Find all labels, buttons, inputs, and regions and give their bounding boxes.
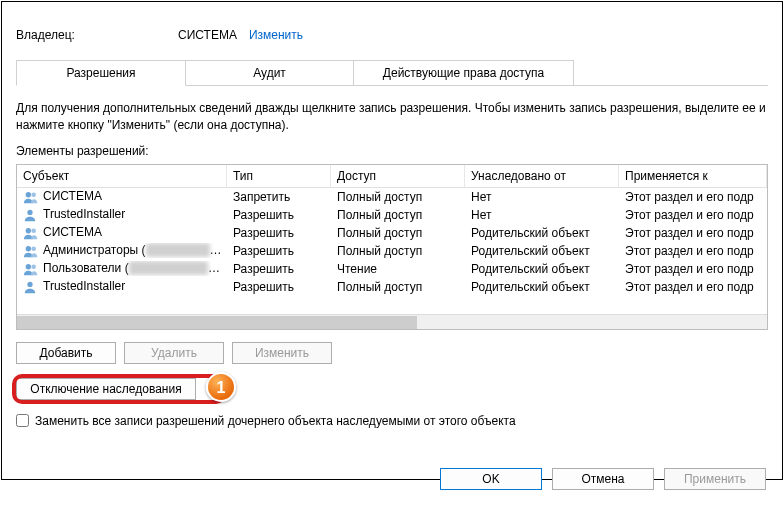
permissions-listview[interactable]: Субъект Тип Доступ Унаследовано от Приме… — [16, 164, 768, 330]
replace-children-label[interactable]: Заменить все записи разрешений дочернего… — [35, 414, 516, 428]
col-applies[interactable]: Применяется к — [619, 165, 767, 187]
col-access[interactable]: Доступ — [331, 165, 465, 187]
disable-inheritance-button[interactable]: Отключение наследования — [16, 378, 196, 400]
cell-type: Разрешить — [227, 262, 331, 276]
tab-effective-access[interactable]: Действующие права доступа — [354, 60, 574, 85]
cell-access: Полный доступ — [331, 226, 465, 240]
redacted-text: XXXXXX-X — [146, 243, 210, 257]
user-icon — [23, 280, 39, 294]
cell-type: Разрешить — [227, 244, 331, 258]
cancel-button[interactable]: Отмена — [552, 468, 654, 490]
cell-subject: Администраторы (XXXXXX-X… — [17, 243, 227, 258]
subject-text: Администраторы ( — [43, 243, 146, 257]
redacted-text: XXXXXX XXX — [129, 261, 208, 275]
advanced-security-dialog: Владелец: СИСТЕМА Изменить Разрешения Ау… — [1, 1, 783, 480]
listview-empty-space — [17, 296, 767, 314]
col-type[interactable]: Тип — [227, 165, 331, 187]
cell-type: Запретить — [227, 190, 331, 204]
tab-strip: Разрешения Аудит Действующие права досту… — [16, 60, 768, 86]
cell-applies: Этот раздел и его подр — [619, 244, 767, 258]
cell-inherited: Родительский объект — [465, 280, 619, 294]
table-row[interactable]: TrustedInstallerРазрешитьПолный доступНе… — [17, 206, 767, 224]
annotation-step-number: 1 — [208, 374, 234, 402]
svg-point-3 — [26, 228, 31, 233]
cell-subject: TrustedInstaller — [17, 207, 227, 222]
table-row[interactable]: СИСТЕМАРазрешитьПолный доступРодительски… — [17, 224, 767, 242]
cell-subject: Пользователи (XXXXXX XXX… — [17, 261, 227, 276]
replace-children-row: Заменить все записи разрешений дочернего… — [16, 414, 768, 428]
subject-text: TrustedInstaller — [43, 279, 125, 293]
cell-applies: Этот раздел и его подр — [619, 262, 767, 276]
svg-point-0 — [26, 192, 31, 197]
cell-applies: Этот раздел и его подр — [619, 226, 767, 240]
cell-access: Полный доступ — [331, 244, 465, 258]
cell-subject: СИСТЕМА — [17, 225, 227, 240]
cell-type: Разрешить — [227, 280, 331, 294]
listview-body: СИСТЕМАЗапретитьПолный доступНетЭтот раз… — [17, 188, 767, 296]
info-text: Для получения дополнительных сведений дв… — [16, 100, 768, 134]
cell-access: Полный доступ — [331, 280, 465, 294]
cell-access: Полный доступ — [331, 208, 465, 222]
annotation-highlight: Отключение наследования 1 — [16, 378, 196, 400]
horizontal-scrollbar-thumb[interactable] — [17, 316, 417, 329]
cell-subject: TrustedInstaller — [17, 279, 227, 294]
table-row[interactable]: Пользователи (XXXXXX XXX…РазрешитьЧтение… — [17, 260, 767, 278]
cell-subject: СИСТЕМА — [17, 189, 227, 204]
users-group-icon — [23, 244, 39, 258]
cell-applies: Этот раздел и его подр — [619, 208, 767, 222]
listview-header: Субъект Тип Доступ Унаследовано от Приме… — [17, 165, 767, 188]
col-subject[interactable]: Субъект — [17, 165, 227, 187]
edit-button: Изменить — [232, 342, 332, 364]
horizontal-scrollbar[interactable] — [17, 314, 767, 329]
svg-point-5 — [26, 246, 31, 251]
dialog-footer: OK Отмена Применить — [440, 468, 766, 490]
table-row[interactable]: СИСТЕМАЗапретитьПолный доступНетЭтот раз… — [17, 188, 767, 206]
svg-point-8 — [31, 264, 36, 269]
annotation-step-badge: 1 — [206, 372, 236, 402]
owner-value: СИСТЕМА — [178, 28, 237, 42]
apply-button: Применить — [664, 468, 766, 490]
svg-point-4 — [31, 228, 36, 233]
owner-row: Владелец: СИСТЕМА Изменить — [16, 28, 768, 42]
svg-point-7 — [26, 264, 31, 269]
elements-label: Элементы разрешений: — [16, 144, 768, 158]
subject-text: Пользователи ( — [43, 261, 129, 275]
permission-buttons-row: Добавить Удалить Изменить — [16, 342, 768, 364]
users-group-icon — [23, 190, 39, 204]
cell-applies: Этот раздел и его подр — [619, 190, 767, 204]
svg-point-6 — [31, 246, 36, 251]
cell-inherited: Нет — [465, 190, 619, 204]
subject-text: СИСТЕМА — [43, 225, 102, 239]
cell-type: Разрешить — [227, 226, 331, 240]
table-row[interactable]: TrustedInstallerРазрешитьПолный доступРо… — [17, 278, 767, 296]
cell-inherited: Нет — [465, 208, 619, 222]
cell-inherited: Родительский объект — [465, 244, 619, 258]
cell-type: Разрешить — [227, 208, 331, 222]
cell-inherited: Родительский объект — [465, 226, 619, 240]
replace-children-checkbox[interactable] — [16, 414, 29, 427]
svg-point-2 — [27, 210, 32, 215]
add-button[interactable]: Добавить — [16, 342, 116, 364]
ok-button[interactable]: OK — [440, 468, 542, 490]
remove-button: Удалить — [124, 342, 224, 364]
cell-inherited: Родительский объект — [465, 262, 619, 276]
users-group-icon — [23, 262, 39, 276]
subject-text: TrustedInstaller — [43, 207, 125, 221]
tab-permissions[interactable]: Разрешения — [16, 60, 186, 86]
tab-audit[interactable]: Аудит — [186, 60, 354, 85]
owner-label: Владелец: — [16, 28, 178, 42]
svg-point-1 — [31, 192, 36, 197]
svg-point-9 — [27, 282, 32, 287]
table-row[interactable]: Администраторы (XXXXXX-X…РазрешитьПолный… — [17, 242, 767, 260]
cell-applies: Этот раздел и его подр — [619, 280, 767, 294]
col-inherited[interactable]: Унаследовано от — [465, 165, 619, 187]
users-group-icon — [23, 226, 39, 240]
owner-change-link[interactable]: Изменить — [249, 28, 303, 42]
user-icon — [23, 208, 39, 222]
cell-access: Полный доступ — [331, 190, 465, 204]
cell-access: Чтение — [331, 262, 465, 276]
subject-text: СИСТЕМА — [43, 189, 102, 203]
